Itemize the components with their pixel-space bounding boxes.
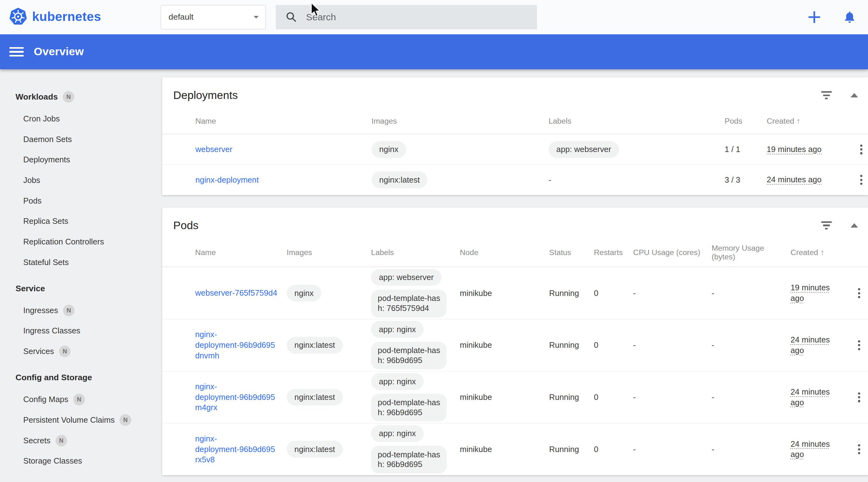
pod-link[interactable]: nginx- deployment-96b9d695 m4grx [195, 382, 275, 412]
pod-link[interactable]: webserver-765f5759d4 [195, 289, 277, 297]
pod-memory: - [712, 340, 790, 350]
kubernetes-logo[interactable]: kubernetes [9, 7, 101, 26]
kubernetes-wheel-icon [9, 7, 27, 26]
row-menu-icon[interactable] [858, 173, 865, 187]
pod-memory: - [712, 289, 790, 298]
filter-icon[interactable] [818, 218, 835, 233]
item-label: Daemon Sets [23, 135, 72, 144]
pod-status: Running [549, 289, 594, 298]
top-bar: kubernetes default [0, 0, 868, 34]
created-time: 19 minutes ago [767, 144, 822, 155]
pod-cpu: - [633, 340, 711, 350]
sidebar-item-stateful-sets[interactable]: Stateful Sets [0, 252, 162, 273]
pods-card: Pods Name Images Labels Node Status Rest… [162, 208, 868, 475]
created-time: 24 minutes ago [790, 439, 837, 460]
filter-icon[interactable] [818, 88, 835, 103]
collapse-card-icon[interactable] [850, 93, 858, 97]
column-header-created: Created [790, 248, 818, 257]
sidebar-item-cron-jobs[interactable]: Cron Jobs [0, 109, 162, 129]
row-menu-icon[interactable] [856, 338, 862, 353]
column-header-images: Images [372, 117, 549, 125]
item-label: Replica Sets [23, 217, 68, 226]
search-bar[interactable] [276, 5, 537, 29]
column-header-images: Images [287, 248, 371, 257]
sidebar-item-pods[interactable]: Pods [0, 190, 162, 211]
deployment-row-nginx-deployment: nginx-deployment nginx:latest - 3 / 3 24… [162, 164, 868, 195]
pod-node: minikube [460, 445, 549, 454]
row-menu-icon[interactable] [858, 142, 865, 157]
namespace-selector[interactable]: default [161, 5, 266, 29]
row-menu-icon[interactable] [856, 442, 862, 456]
label-chip: app: webserver [371, 269, 441, 286]
item-label: Ingress Classes [23, 326, 81, 335]
sidebar-item-ingress-classes[interactable]: Ingress Classes [0, 321, 162, 341]
collapse-card-icon[interactable] [850, 223, 858, 228]
sidebar-nav: Workloads N Cron Jobs Daemon Sets Deploy… [0, 69, 162, 482]
label-chip: pod-template-has h: 765f5759d4 [371, 290, 447, 318]
deployment-link[interactable]: nginx-deployment [195, 176, 259, 184]
sidebar-item-storage-classes[interactable]: Storage Classes [0, 451, 162, 472]
item-label: Cron Jobs [23, 114, 60, 123]
pod-status: Running [549, 393, 594, 402]
sidebar-item-secrets[interactable]: Secrets N [0, 430, 162, 451]
pod-restarts: 0 [594, 445, 633, 454]
section-label: Config and Storage [16, 373, 92, 383]
pod-row-nginx-rx5v8: nginx- deployment-96b9d695 rx5v8 nginx:l… [162, 423, 868, 475]
search-icon [285, 11, 297, 23]
sidebar-item-ingresses[interactable]: Ingresses N [0, 300, 162, 321]
topbar-actions [806, 0, 858, 34]
column-header-memory-usage: Memory Usage (bytes) [712, 244, 790, 261]
namespaced-badge: N [59, 345, 70, 357]
page-title: Overview [34, 45, 84, 58]
deployment-link[interactable]: webserver [195, 145, 232, 154]
column-header-pods: Pods [724, 117, 767, 125]
sidebar-item-replication-controllers[interactable]: Replication Controllers [0, 232, 162, 252]
row-menu-icon[interactable] [856, 286, 862, 300]
sidebar-section-config-and-storage[interactable]: Config and Storage [0, 369, 162, 387]
sidebar-section-workloads[interactable]: Workloads N [0, 88, 162, 106]
pod-status: Running [549, 445, 594, 454]
pod-cpu: - [633, 289, 711, 298]
column-header-created-sort[interactable]: Created ↑ [790, 248, 843, 257]
pod-row-webserver: webserver-765f5759d4 nginx app: webserve… [162, 267, 868, 319]
label-chip: pod-template-has h: 96b9d695 [371, 446, 447, 474]
sidebar-item-daemon-sets[interactable]: Daemon Sets [0, 129, 162, 150]
notifications-button[interactable] [841, 9, 858, 25]
label-chip: app: webserver [549, 141, 619, 158]
namespaced-badge: N [120, 414, 131, 426]
column-header-created-sort[interactable]: Created ↑ [767, 117, 847, 125]
sort-arrow-icon: ↑ [820, 248, 824, 257]
sidebar-item-persistent-volume-claims[interactable]: Persistent Volume Claims N [0, 410, 162, 430]
column-header-node: Node [460, 248, 549, 257]
sidebar-item-services[interactable]: Services N [0, 341, 162, 362]
item-label: Deployments [23, 155, 70, 164]
sidebar-item-replica-sets[interactable]: Replica Sets [0, 211, 162, 232]
column-header-restarts: Restarts [594, 248, 633, 257]
brand-wordmark: kubernetes [32, 9, 101, 24]
column-header-name: Name [195, 248, 287, 257]
card-title: Pods [173, 219, 818, 232]
menu-icon[interactable] [9, 45, 24, 59]
row-menu-icon[interactable] [856, 390, 862, 404]
pod-link[interactable]: nginx- deployment-96b9d695 rx5v8 [195, 434, 275, 464]
column-header-name: Name [195, 117, 371, 125]
created-time: 24 minutes ago [790, 335, 837, 356]
create-resource-button[interactable] [806, 9, 823, 25]
sidebar-item-deployments[interactable]: Deployments [0, 150, 162, 170]
pod-node: minikube [460, 340, 549, 350]
sidebar-item-jobs[interactable]: Jobs [0, 170, 162, 191]
image-chip: nginx:latest [287, 441, 343, 458]
section-label: Workloads [16, 92, 58, 102]
sidebar-section-service[interactable]: Service [0, 280, 162, 298]
image-chip: nginx:latest [287, 389, 343, 406]
labels-empty: - [549, 176, 724, 184]
image-chip: nginx [372, 141, 406, 158]
main-content: Deployments Name Images Labels Pods Crea… [162, 69, 868, 482]
search-input[interactable] [305, 11, 507, 23]
sidebar-item-config-maps[interactable]: Config Maps N [0, 389, 162, 410]
pod-memory: - [712, 445, 790, 454]
pod-link[interactable]: nginx- deployment-96b9d695 dnvmh [195, 330, 275, 360]
pod-cpu: - [633, 393, 711, 402]
namespace-selected-value: default [168, 12, 254, 22]
pod-memory: - [712, 393, 790, 402]
